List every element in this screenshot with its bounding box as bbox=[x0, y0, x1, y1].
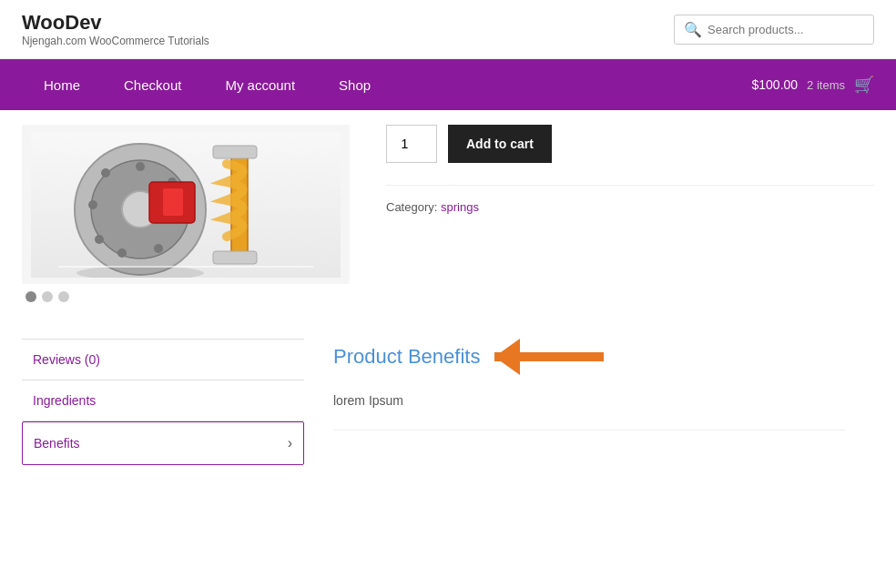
tab-ingredients-label: Ingredients bbox=[33, 393, 96, 408]
add-to-cart-row: 1 Add to cart bbox=[386, 125, 874, 163]
svg-rect-16 bbox=[213, 251, 257, 264]
search-box[interactable]: 🔍 bbox=[674, 15, 874, 45]
site-header: WooDev Njengah.com WooCommerce Tutorials… bbox=[0, 0, 896, 59]
cart-icon: 🛒 bbox=[854, 76, 874, 94]
category-label: Category: bbox=[386, 200, 437, 214]
svg-point-11 bbox=[101, 168, 110, 177]
bottom-section: Reviews (0) Ingredients Benefits › Produ… bbox=[0, 317, 896, 486]
search-icon: 🔍 bbox=[684, 21, 702, 38]
nav-shop[interactable]: Shop bbox=[317, 59, 392, 110]
cart-count: 2 items bbox=[807, 78, 845, 92]
tab-reviews[interactable]: Reviews (0) bbox=[22, 339, 304, 380]
tab-benefits-label: Benefits bbox=[34, 436, 80, 451]
product-image-svg bbox=[31, 132, 341, 278]
site-branding: WooDev Njengah.com WooCommerce Tutorials bbox=[22, 11, 209, 47]
product-info-section: 1 Add to cart Category: springs bbox=[364, 110, 896, 317]
svg-point-9 bbox=[95, 235, 104, 244]
site-tagline: Njengah.com WooCommerce Tutorials bbox=[22, 35, 209, 47]
quantity-input[interactable]: 1 bbox=[386, 125, 437, 163]
benefits-header: Product Benefits bbox=[333, 339, 845, 375]
benefits-text: lorem Ipsum bbox=[333, 393, 845, 408]
svg-point-4 bbox=[136, 162, 145, 171]
arrow-indicator bbox=[494, 339, 604, 375]
cart-area: $100.00 2 items 🛒 bbox=[751, 75, 874, 95]
benefits-title: Product Benefits bbox=[333, 345, 480, 369]
benefits-content: Product Benefits lorem Ipsum bbox=[304, 339, 874, 464]
tab-reviews-label: Reviews (0) bbox=[33, 352, 100, 367]
benefits-divider bbox=[333, 430, 845, 431]
svg-point-7 bbox=[154, 244, 163, 253]
tab-benefits[interactable]: Benefits › bbox=[22, 421, 304, 465]
dot-3[interactable] bbox=[58, 291, 69, 302]
dot-1[interactable] bbox=[25, 291, 36, 302]
arrow-body bbox=[494, 352, 604, 361]
nav-links: Home Checkout My account Shop bbox=[22, 59, 751, 110]
site-nav: Home Checkout My account Shop $100.00 2 … bbox=[0, 59, 896, 110]
tabs-sidebar: Reviews (0) Ingredients Benefits › bbox=[22, 339, 304, 464]
chevron-right-icon: › bbox=[288, 435, 292, 451]
dot-2[interactable] bbox=[42, 291, 53, 302]
cart-icon-button[interactable]: 🛒 bbox=[854, 75, 874, 95]
main-content: 1 Add to cart Category: springs bbox=[0, 110, 896, 317]
svg-rect-13 bbox=[163, 188, 183, 216]
nav-checkout[interactable]: Checkout bbox=[102, 59, 203, 110]
image-dots bbox=[22, 291, 342, 302]
tab-ingredients[interactable]: Ingredients bbox=[22, 380, 304, 421]
add-to-cart-button[interactable]: Add to cart bbox=[448, 125, 552, 163]
cart-total: $100.00 bbox=[751, 77, 798, 92]
category-link[interactable]: springs bbox=[441, 200, 479, 214]
svg-rect-15 bbox=[213, 146, 257, 158]
site-title: WooDev bbox=[22, 11, 209, 35]
product-image-section bbox=[0, 110, 364, 317]
svg-point-10 bbox=[88, 200, 97, 209]
product-image-wrapper bbox=[22, 125, 350, 284]
nav-my-account[interactable]: My account bbox=[203, 59, 317, 110]
svg-point-8 bbox=[117, 248, 127, 258]
search-input[interactable] bbox=[708, 23, 864, 36]
product-meta: Category: springs bbox=[386, 185, 874, 214]
nav-home[interactable]: Home bbox=[22, 59, 102, 110]
